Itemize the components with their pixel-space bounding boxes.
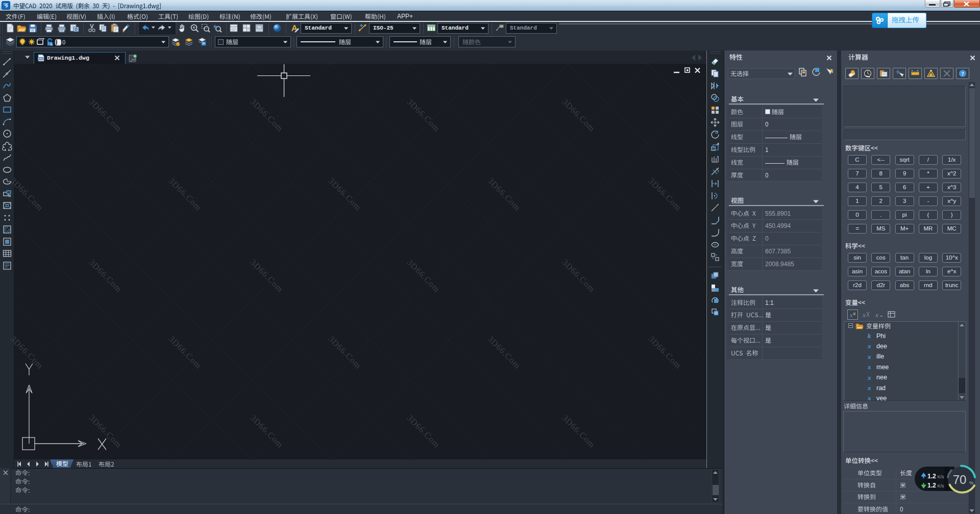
svg-text:x: x	[875, 311, 878, 319]
svg-text:K/s: K/s	[938, 483, 945, 489]
svg-text:70: 70	[953, 473, 967, 486]
svg-text:%: %	[969, 480, 973, 485]
svg-text:1.2: 1.2	[927, 473, 936, 480]
svg-text:x: x	[862, 311, 866, 319]
svg-text:1.2: 1.2	[927, 482, 936, 489]
svg-text:?: ?	[961, 70, 964, 76]
svg-text:x: x	[849, 311, 853, 319]
svg-text:K/s: K/s	[938, 474, 945, 479]
